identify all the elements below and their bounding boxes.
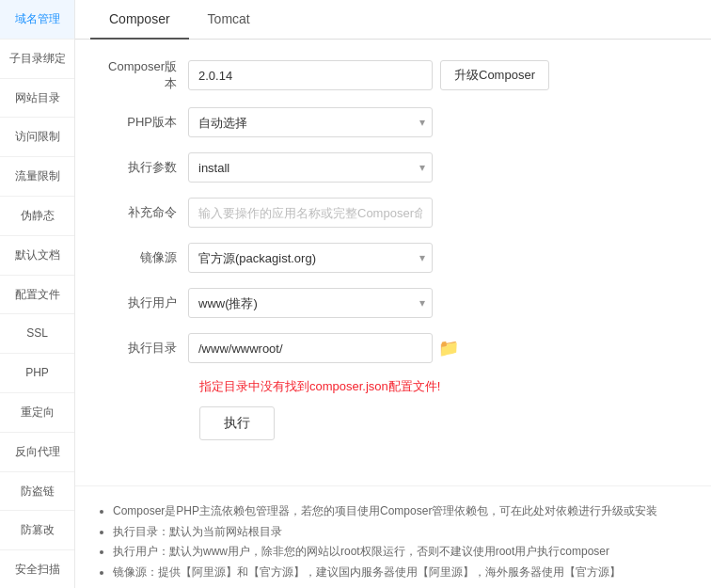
extra-cmd-input[interactable] <box>188 198 433 228</box>
composer-version-input[interactable] <box>188 60 433 90</box>
sidebar-item-重定向[interactable]: 重定向 <box>0 393 74 433</box>
exec-user-select-wrap: www(推荐) <box>188 288 433 318</box>
tab-tomcat[interactable]: Tomcat <box>189 0 269 40</box>
sidebar-item-子目录绑定[interactable]: 子目录绑定 <box>0 40 74 79</box>
main-content: ComposerTomcat Composer版本 升级Composer PHP… <box>75 0 711 588</box>
exec-user-row: 执行用户 www(推荐) <box>103 288 683 318</box>
info-list-ul: Composer是PHP主流依赖包管理器，若您的项目使用Composer管理依赖… <box>94 501 692 582</box>
info-list-item: 执行目录：默认为当前网站根目录 <box>113 522 692 543</box>
composer-version-label: Composer版本 <box>103 58 188 92</box>
exec-param-select[interactable]: install <box>188 152 433 183</box>
exec-dir-input[interactable] <box>188 333 433 363</box>
sidebar-item-PHP[interactable]: PHP <box>0 354 74 393</box>
extra-cmd-row: 补充命令 <box>103 198 683 228</box>
execute-button[interactable]: 执行 <box>199 406 275 440</box>
exec-param-label: 执行参数 <box>103 159 188 176</box>
tabs: ComposerTomcat <box>75 0 711 40</box>
composer-version-control: 升级Composer <box>188 60 683 90</box>
error-message: 指定目录中没有找到composer.json配置文件! <box>199 378 683 395</box>
exec-dir-label: 执行目录 <box>103 340 188 357</box>
exec-dir-control: 📁 <box>188 333 683 363</box>
php-version-select[interactable]: 自动选择 <box>188 107 433 137</box>
sidebar-item-默认文档[interactable]: 默认文档 <box>0 236 74 276</box>
sidebar-item-安全扫描[interactable]: 安全扫描 <box>0 550 74 588</box>
php-version-select-wrap: 自动选择 <box>188 107 433 137</box>
sidebar-item-域名管理[interactable]: 域名管理 <box>0 0 74 40</box>
info-list-item: 执行用户：默认为www用户，除非您的网站以root权限运行，否则不建议使用roo… <box>113 542 692 563</box>
exec-param-row: 执行参数 install <box>103 152 683 183</box>
mirror-row: 镜像源 官方源(packagist.org) <box>103 243 683 273</box>
mirror-label: 镜像源 <box>103 249 188 266</box>
tab-composer[interactable]: Composer <box>90 0 189 40</box>
exec-user-label: 执行用户 <box>103 294 188 311</box>
php-version-row: PHP版本 自动选择 <box>103 107 683 137</box>
exec-dir-wrap: 📁 <box>188 333 459 363</box>
sidebar-item-防盗链[interactable]: 防盗链 <box>0 472 74 512</box>
form-area: Composer版本 升级Composer PHP版本 自动选择 执行参数 <box>75 40 711 478</box>
php-version-control: 自动选择 <box>188 107 683 137</box>
sidebar-item-网站目录[interactable]: 网站目录 <box>0 79 74 119</box>
sidebar-item-访问限制[interactable]: 访问限制 <box>0 118 74 157</box>
exec-param-select-wrap: install <box>188 152 433 183</box>
mirror-control: 官方源(packagist.org) <box>188 243 683 273</box>
exec-user-control: www(推荐) <box>188 288 683 318</box>
sidebar: 域名管理子目录绑定网站目录访问限制流量限制伪静态默认文档配置文件SSLPHP重定… <box>0 0 75 588</box>
folder-icon[interactable]: 📁 <box>438 338 459 358</box>
sidebar-item-流量限制[interactable]: 流量限制 <box>0 157 74 197</box>
sidebar-item-反向代理[interactable]: 反向代理 <box>0 433 74 472</box>
info-list: Composer是PHP主流依赖包管理器，若您的项目使用Composer管理依赖… <box>75 485 711 588</box>
exec-user-select[interactable]: www(推荐) <box>188 288 433 318</box>
php-version-label: PHP版本 <box>103 114 188 131</box>
exec-param-control: install <box>188 152 683 183</box>
mirror-select[interactable]: 官方源(packagist.org) <box>188 243 433 273</box>
info-list-item: 镜像源：提供【阿里源】和【官方源】，建议国内服务器使用【阿里源】，海外服务器使用… <box>113 563 692 583</box>
sidebar-item-SSL[interactable]: SSL <box>0 314 74 354</box>
exec-dir-row: 执行目录 📁 <box>103 333 683 363</box>
sidebar-item-伪静态[interactable]: 伪静态 <box>0 197 74 236</box>
sidebar-item-防篡改[interactable]: 防篡改 <box>0 511 74 550</box>
upgrade-composer-button[interactable]: 升级Composer <box>440 60 549 90</box>
sidebar-item-配置文件[interactable]: 配置文件 <box>0 276 74 315</box>
extra-cmd-label: 补充命令 <box>103 204 188 221</box>
composer-version-row: Composer版本 升级Composer <box>103 58 683 92</box>
mirror-select-wrap: 官方源(packagist.org) <box>188 243 433 273</box>
extra-cmd-control <box>188 198 683 228</box>
info-list-item: Composer是PHP主流依赖包管理器，若您的项目使用Composer管理依赖… <box>113 501 692 522</box>
execute-wrap: 执行 <box>103 406 683 440</box>
